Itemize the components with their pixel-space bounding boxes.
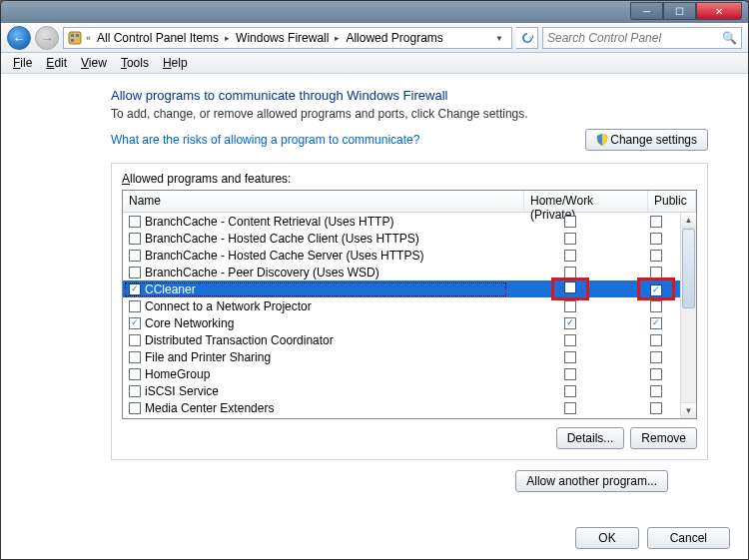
table-row[interactable]: ✓Core Networking✓✓ (123, 314, 680, 331)
page-subtitle: To add, change, or remove allowed progra… (111, 107, 708, 121)
table-row[interactable]: BranchCache - Content Retrieval (Uses HT… (123, 213, 680, 230)
checkbox[interactable] (564, 281, 576, 293)
back-button[interactable]: ← (7, 26, 31, 50)
maximize-button[interactable]: ☐ (663, 2, 696, 20)
checkbox[interactable] (564, 300, 576, 312)
change-settings-button[interactable]: Change settings (585, 129, 708, 151)
cancel-button[interactable]: Cancel (647, 527, 730, 549)
checkbox[interactable] (129, 368, 141, 380)
checkbox[interactable] (564, 267, 576, 279)
checkbox[interactable] (650, 267, 662, 279)
checkbox[interactable] (129, 233, 141, 245)
menu-edit[interactable]: Edit (40, 54, 73, 72)
search-input[interactable] (547, 31, 722, 45)
checkbox[interactable] (129, 300, 141, 312)
window: ─ ☐ ✕ ← → « All Control Panel Items ▸ Wi… (0, 0, 749, 560)
checkbox[interactable]: ✓ (650, 284, 662, 296)
scrollbar[interactable]: ▲ ▼ (680, 213, 696, 418)
svg-rect-0 (69, 32, 81, 44)
checkbox[interactable]: ✓ (650, 317, 662, 329)
page-title: Allow programs to communicate through Wi… (111, 88, 708, 103)
checkbox[interactable] (129, 351, 141, 363)
checkbox[interactable] (650, 250, 662, 262)
list-header[interactable]: Name Home/Work (Private) Public (123, 191, 696, 213)
col-public[interactable]: Public (648, 191, 696, 212)
program-name: HomeGroup (145, 367, 210, 381)
scroll-thumb[interactable] (682, 229, 695, 308)
refresh-button[interactable] (516, 27, 538, 49)
checkbox[interactable] (650, 351, 662, 363)
checkbox[interactable] (650, 385, 662, 397)
details-button[interactable]: Details... (556, 427, 625, 449)
search-icon[interactable]: 🔍 (722, 31, 737, 45)
scroll-up-icon[interactable]: ▲ (681, 213, 696, 229)
programs-list[interactable]: Name Home/Work (Private) Public BranchCa… (122, 190, 697, 419)
crumb-all[interactable]: All Control Panel Items (95, 31, 221, 45)
checkbox[interactable]: ✓ (564, 317, 576, 329)
table-row[interactable]: File and Printer Sharing (123, 348, 680, 365)
checkbox[interactable] (650, 368, 662, 380)
scroll-down-icon[interactable]: ▼ (681, 402, 696, 418)
table-row[interactable]: Connect to a Network Projector (123, 297, 680, 314)
forward-button[interactable]: → (35, 26, 59, 50)
table-row[interactable]: BranchCache - Hosted Cache Server (Uses … (123, 247, 680, 264)
chevron-left-icon: « (86, 33, 91, 43)
ok-button[interactable]: OK (575, 527, 638, 549)
table-row[interactable]: Distributed Transaction Coordinator (123, 331, 680, 348)
checkbox[interactable] (650, 233, 662, 245)
crumb-allowed[interactable]: Allowed Programs (344, 31, 444, 45)
chevron-right-icon: ▸ (335, 33, 340, 43)
checkbox[interactable] (129, 402, 141, 414)
program-name: Distributed Transaction Coordinator (145, 333, 334, 347)
svg-rect-3 (71, 39, 74, 42)
menu-view[interactable]: View (75, 54, 113, 72)
checkbox[interactable] (564, 233, 576, 245)
shield-icon (596, 134, 608, 146)
program-name: BranchCache - Hosted Cache Server (Uses … (145, 249, 423, 263)
close-button[interactable]: ✕ (696, 2, 742, 20)
program-name: Connect to a Network Projector (145, 299, 312, 313)
program-name: BranchCache - Content Retrieval (Uses HT… (145, 215, 393, 229)
checkbox[interactable] (129, 334, 141, 346)
menu-file[interactable]: File (7, 54, 38, 72)
checkbox[interactable] (564, 402, 576, 414)
checkbox[interactable] (129, 250, 141, 262)
crumb-firewall[interactable]: Windows Firewall (234, 31, 331, 45)
content-area: Allow programs to communicate through Wi… (1, 74, 748, 559)
address-bar[interactable]: « All Control Panel Items ▸ Windows Fire… (63, 27, 512, 49)
checkbox[interactable] (564, 250, 576, 262)
table-row[interactable]: BranchCache - Hosted Cache Client (Uses … (123, 230, 680, 247)
program-name: BranchCache - Peer Discovery (Uses WSD) (145, 266, 379, 280)
checkbox[interactable] (129, 267, 141, 279)
checkbox[interactable] (650, 334, 662, 346)
col-name[interactable]: Name (123, 191, 524, 212)
menu-help[interactable]: Help (157, 54, 194, 72)
checkbox[interactable]: ✓ (129, 317, 141, 329)
checkbox[interactable] (650, 216, 662, 228)
checkbox[interactable] (564, 351, 576, 363)
remove-button[interactable]: Remove (630, 427, 697, 449)
checkbox[interactable] (564, 385, 576, 397)
checkbox[interactable] (650, 300, 662, 312)
table-row[interactable]: HomeGroup (123, 365, 680, 382)
titlebar[interactable]: ─ ☐ ✕ (1, 1, 748, 23)
checkbox[interactable] (564, 334, 576, 346)
checkbox[interactable] (129, 385, 141, 397)
checkbox[interactable] (564, 368, 576, 380)
col-homework[interactable]: Home/Work (Private) (524, 191, 648, 212)
address-dropdown[interactable]: ▼ (491, 34, 507, 43)
menubar: File Edit View Tools Help (1, 53, 748, 74)
checkbox[interactable] (129, 216, 141, 228)
menu-tools[interactable]: Tools (115, 54, 155, 72)
table-row[interactable]: Media Center Extenders (123, 399, 680, 416)
risk-link[interactable]: What are the risks of allowing a program… (111, 133, 419, 147)
list-label: Allowed programs and features: (122, 172, 697, 186)
table-row[interactable]: ✓CCleaner✓ (123, 280, 680, 297)
checkbox[interactable] (564, 216, 576, 228)
table-row[interactable]: iSCSI Service (123, 382, 680, 399)
minimize-button[interactable]: ─ (630, 2, 663, 20)
checkbox[interactable] (650, 402, 662, 414)
navbar: ← → « All Control Panel Items ▸ Windows … (1, 23, 748, 53)
search-box[interactable]: 🔍 (542, 27, 742, 49)
allow-another-button[interactable]: Allow another program... (515, 470, 668, 492)
